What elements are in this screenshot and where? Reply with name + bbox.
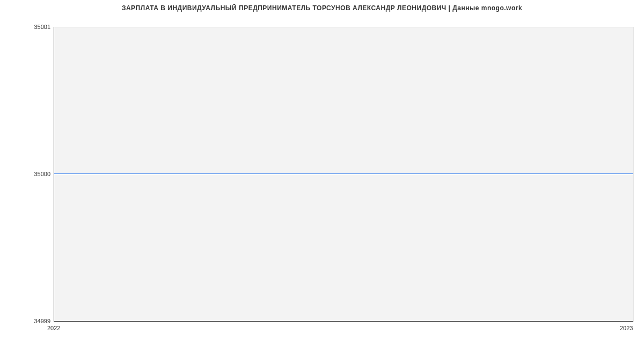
data-series-line — [54, 173, 633, 174]
chart-container: ЗАРПЛАТА В ИНДИВИДУАЛЬНЫЙ ПРЕДПРИНИМАТЕЛ… — [0, 0, 644, 349]
gridline-y-mid — [54, 174, 633, 174]
y-tick-label: 35000 — [2, 171, 50, 177]
y-tick-label: 35001 — [2, 24, 50, 30]
x-tick-label: 2023 — [620, 325, 633, 331]
x-axis-line — [54, 321, 633, 322]
x-tick-label: 2022 — [47, 325, 60, 331]
y-tick-label: 34999 — [2, 318, 50, 324]
y-axis-line — [54, 27, 54, 321]
chart-title: ЗАРПЛАТА В ИНДИВИДУАЛЬНЫЙ ПРЕДПРИНИМАТЕЛ… — [0, 4, 644, 12]
